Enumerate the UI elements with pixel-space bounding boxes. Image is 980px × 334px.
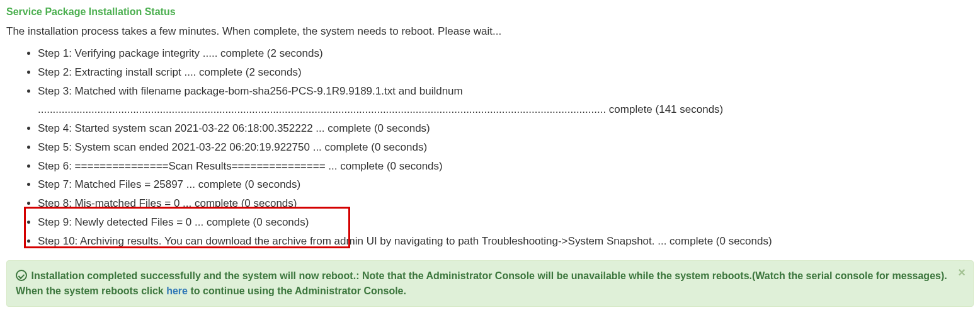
close-icon[interactable]: × <box>958 266 966 279</box>
alert-message-1: Installation completed successfully and … <box>31 270 947 281</box>
success-alert: × Installation completed successfully an… <box>6 260 974 307</box>
checkmark-icon <box>16 270 27 281</box>
list-item: Step 1: Verifying package integrity ....… <box>38 44 974 63</box>
list-item: Step 6: ===============Scan Results=====… <box>38 157 974 176</box>
list-item: Step 10: Archiving results. You can down… <box>38 232 974 251</box>
list-item: Step 7: Matched Files = 25897 ... comple… <box>38 175 974 194</box>
list-item: Step 5: System scan ended 2021-03-22 06:… <box>38 138 974 157</box>
list-item: Step 3: Matched with filename package-bo… <box>38 82 974 120</box>
page-title: Service Package Installation Status <box>6 6 974 18</box>
list-item: Step 9: Newly detected Files = 0 ... com… <box>38 213 974 232</box>
page-wrap: Service Package Installation Status The … <box>6 6 974 250</box>
list-item: Step 8: Mis-matched Files = 0 ... comple… <box>38 194 974 213</box>
intro-text: The installation process takes a few min… <box>6 25 974 38</box>
here-link[interactable]: here <box>166 285 188 296</box>
list-item: Step 2: Extracting install script .... c… <box>38 63 974 82</box>
alert-message-2-post: to continue using the Administrator Cons… <box>188 285 406 296</box>
list-item: Step 4: Started system scan 2021-03-22 0… <box>38 119 974 138</box>
steps-list: Step 1: Verifying package integrity ....… <box>6 44 974 250</box>
alert-message-2-pre: When the system reboots click <box>16 285 166 296</box>
